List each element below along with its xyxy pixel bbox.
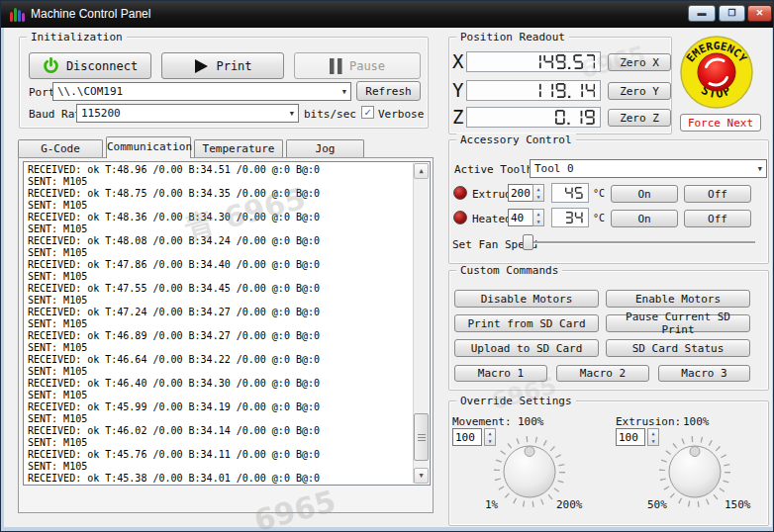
force-next-button[interactable]: Force Next	[680, 114, 761, 132]
title-bar: Machine Control Panel ▬ ❐ ✕	[1, 1, 774, 28]
extrusion-max-label: 150%	[725, 498, 751, 511]
z-position-display	[466, 107, 601, 128]
scroll-up-icon[interactable]: ▲	[414, 163, 429, 179]
minimize-button[interactable]: ▬	[688, 5, 716, 22]
emergency-stop-button[interactable]: EMERGENCY STOP	[679, 35, 754, 110]
pause-icon	[330, 58, 342, 74]
extrusion-top-label: 100%	[683, 415, 710, 428]
stepper-arrows-icon[interactable]: ▲▼	[532, 209, 544, 226]
power-icon	[43, 57, 59, 74]
x-position-display	[466, 51, 601, 72]
log-text: RECEIVED: ok T:48.96 /0.00 B:34.51 /0.00…	[28, 164, 320, 485]
baud-rate-combobox[interactable]: 115200 ▼	[76, 104, 299, 123]
chevron-down-icon: ▼	[290, 109, 294, 117]
port-label: Port	[29, 86, 55, 99]
stepper-arrows-icon[interactable]: ▲▼	[532, 184, 544, 202]
heated-bed-unit-label: °C	[593, 213, 605, 223]
tab-communication[interactable]: Communication	[106, 136, 191, 158]
extrusion-value-input[interactable]	[616, 428, 645, 446]
heated-bed-on-button[interactable]: On	[611, 210, 678, 227]
accessory-control-group-label: Accessory Control	[456, 133, 576, 146]
extruder-off-button[interactable]: Off	[684, 185, 751, 203]
heated-bed-temp-display	[551, 208, 589, 227]
log-scrollbar[interactable]: ▲ ▼	[413, 163, 429, 484]
play-icon	[193, 58, 209, 74]
baud-units-label: bits/sec	[304, 108, 356, 121]
fan-speed-slider-track[interactable]	[526, 241, 755, 243]
heated-bed-setpoint-input[interactable]	[508, 209, 533, 226]
x-axis-label: X	[452, 50, 463, 72]
verbose-checkbox[interactable]: ✓	[361, 106, 374, 119]
verbose-label: Verbose	[378, 108, 424, 121]
machine-control-panel-window: Machine Control Panel ▬ ❐ ✕ Initializati…	[0, 0, 774, 532]
macro-button[interactable]: Macro 2	[556, 365, 649, 382]
movement-top-label: 100%	[518, 415, 544, 428]
y-axis-label: Y	[452, 79, 463, 101]
heated-bed-status-led	[453, 211, 467, 224]
initialization-group-label: Initialization	[27, 31, 127, 44]
extruder-status-led	[453, 186, 467, 200]
extrusion-min-label: 50%	[647, 498, 667, 511]
refresh-button[interactable]: Refresh	[356, 81, 421, 101]
extrusion-stepper[interactable]: ▲▼	[616, 428, 659, 446]
active-toolhead-combobox[interactable]: Tool 0 ▼	[530, 159, 767, 178]
macro-button[interactable]: Macro 1	[454, 365, 547, 382]
movement-min-label: 1%	[485, 498, 498, 511]
extruder-unit-label: °C	[593, 188, 605, 199]
custom-command-button[interactable]: Pause Current SD Print	[606, 314, 750, 332]
disconnect-button[interactable]: Disconnect	[29, 52, 151, 79]
extrusion-knob[interactable]	[658, 435, 731, 508]
heated-bed-setpoint-stepper[interactable]: ▲▼	[508, 209, 544, 226]
position-readout-group-label: Position Readout	[456, 31, 569, 44]
custom-command-button[interactable]: Disable Motors	[454, 290, 599, 308]
extruder-setpoint-input[interactable]	[508, 184, 533, 202]
extruder-on-button[interactable]: On	[611, 185, 678, 203]
extruder-temp-display	[551, 183, 589, 203]
movement-max-label: 200%	[556, 498, 583, 511]
communication-log[interactable]: RECEIVED: ok T:48.96 /0.00 B:34.51 /0.00…	[23, 161, 431, 486]
tab-temperature-plot[interactable]: Temperature Plot	[194, 139, 283, 158]
macro-button[interactable]: Macro 3	[658, 365, 750, 382]
custom-commands-group-label: Custom Commands	[456, 264, 562, 277]
scrollbar-thumb[interactable]	[414, 413, 429, 461]
movement-value-input[interactable]	[452, 428, 482, 446]
chevron-down-icon: ▼	[342, 87, 346, 95]
tab-gcode-library[interactable]: G-Code Library	[18, 139, 103, 158]
close-button[interactable]: ✕	[747, 5, 772, 22]
extrusion-label: Extrusion:	[616, 415, 681, 428]
pause-button[interactable]: Pause	[294, 52, 421, 79]
extruder-setpoint-stepper[interactable]: ▲▼	[508, 184, 544, 202]
custom-command-button[interactable]: Print from SD Card	[454, 314, 599, 332]
print-button[interactable]: Print	[161, 52, 284, 79]
port-combobox[interactable]: \\.\COM191 ▼	[52, 82, 351, 101]
chevron-down-icon: ▼	[758, 164, 762, 172]
z-axis-label: Z	[452, 106, 463, 128]
override-settings-group-label: Override Settings	[456, 395, 576, 407]
custom-command-button[interactable]: Upload to SD Card	[454, 339, 599, 357]
window-title: Machine Control Panel	[31, 7, 150, 21]
zero-y-button[interactable]: Zero Y	[608, 82, 671, 100]
zero-x-button[interactable]: Zero X	[608, 53, 671, 71]
custom-command-button[interactable]: SD Card Status	[606, 339, 750, 357]
zero-z-button[interactable]: Zero Z	[608, 109, 671, 127]
movement-stepper[interactable]: ▲▼	[452, 428, 496, 446]
movement-label: Movement:	[452, 415, 512, 428]
scroll-down-icon[interactable]: ▼	[414, 468, 429, 484]
custom-command-button[interactable]: Enable Motors	[606, 290, 750, 308]
app-icon	[10, 6, 26, 22]
heated-bed-off-button[interactable]: Off	[684, 210, 751, 227]
movement-knob[interactable]	[493, 435, 566, 508]
fan-speed-slider-handle[interactable]	[523, 234, 533, 250]
y-position-display	[466, 80, 601, 101]
tab-jog-controls[interactable]: Jog Controls	[286, 139, 364, 158]
maximize-button[interactable]: ❐	[719, 5, 745, 22]
